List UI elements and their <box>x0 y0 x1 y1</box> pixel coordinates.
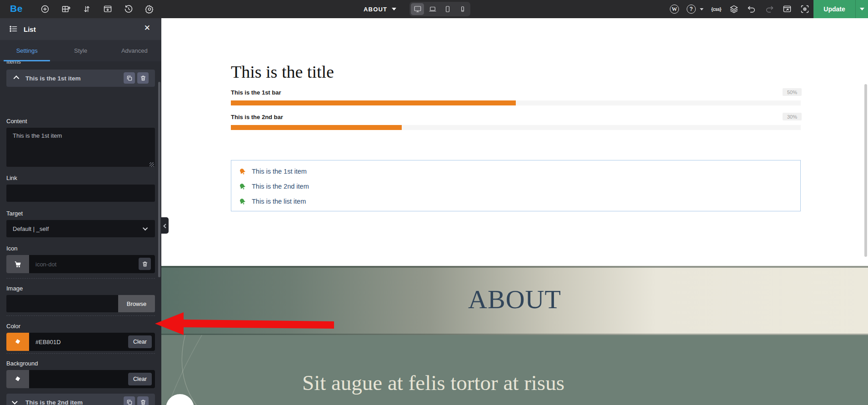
custom-css-icon[interactable]: {css} <box>711 7 721 12</box>
bell-icon <box>237 166 248 177</box>
image-label: Image <box>6 285 23 292</box>
close-icon[interactable]: ✕ <box>144 24 150 32</box>
panel-title: List <box>24 25 36 33</box>
responsive-device-switcher <box>409 2 470 16</box>
list-item: This is the 2nd item <box>239 181 309 191</box>
redo-icon[interactable] <box>764 4 774 14</box>
add-element-icon[interactable] <box>40 4 50 14</box>
list-settings-panel: List ✕ Settings Style Advanced Items Thi… <box>0 18 161 405</box>
accordion-item-2[interactable]: This is the 2nd item <box>6 394 155 405</box>
bottom-section: Sit augue at felis tortor at risus <box>161 335 868 405</box>
background-clear-button[interactable]: Clear <box>128 373 152 385</box>
target-select-value: Default | _self <box>13 225 49 232</box>
icon-input[interactable] <box>29 255 155 273</box>
bell-icon <box>237 181 248 192</box>
wordpress-icon[interactable]: W <box>670 5 679 14</box>
color-label: Color <box>6 323 20 330</box>
chevron-down-icon <box>143 225 148 230</box>
bar-2-percent-badge: 30% <box>783 113 802 120</box>
toolbar-right-icons: W ? {css} <box>670 0 810 18</box>
focus-preview-icon[interactable] <box>800 4 810 14</box>
target-label: Target <box>6 210 23 217</box>
tab-advanced[interactable]: Advanced <box>108 40 161 61</box>
browse-button[interactable]: Browse <box>118 295 155 312</box>
list-item-label: This is the 1st item <box>252 168 307 175</box>
tab-settings[interactable]: Settings <box>0 40 54 61</box>
accordion-item-2-title: This is the 2nd item <box>25 399 83 405</box>
textarea-resize-handle[interactable] <box>150 162 154 167</box>
list-item-label: This is the list item <box>252 198 306 205</box>
about-heading: ABOUT <box>161 284 868 315</box>
toolbar-left-icons <box>40 0 155 18</box>
duplicate-item-button[interactable] <box>124 396 135 405</box>
chevron-left-icon <box>163 224 168 228</box>
top-toolbar: Be ABOUT <box>0 0 868 18</box>
help-caret-icon[interactable] <box>700 8 703 10</box>
builder-settings-icon[interactable] <box>145 4 155 14</box>
about-hero-section: ABOUT <box>161 266 868 335</box>
page-selector[interactable]: ABOUT <box>364 0 396 18</box>
reorder-icon[interactable] <box>82 4 92 14</box>
preview-scrollbar[interactable] <box>864 84 867 257</box>
content-textarea[interactable]: This is the 1st item <box>6 128 155 167</box>
preview-list-box: This is the 1st item This is the 2nd ite… <box>231 160 801 211</box>
tab-style[interactable]: Style <box>54 40 107 61</box>
page-selector-label: ABOUT <box>364 6 387 13</box>
delete-item-button[interactable] <box>137 72 149 84</box>
list-element-icon <box>9 25 18 35</box>
duplicate-item-button[interactable] <box>124 72 135 84</box>
bar-1-percent-badge: 50% <box>783 88 802 96</box>
open-preview-icon[interactable] <box>782 4 792 14</box>
image-input[interactable] <box>6 295 118 312</box>
target-select[interactable]: Default | _self <box>6 220 155 237</box>
accordion-item-1[interactable]: This is the 1st item <box>6 70 155 87</box>
add-section-icon[interactable] <box>61 4 71 14</box>
be-logo[interactable]: Be <box>10 3 23 14</box>
panel-scrollbar[interactable] <box>158 82 160 277</box>
bar-2-fill <box>231 125 402 130</box>
icon-delete-button[interactable] <box>139 258 151 270</box>
panel-collapse-handle[interactable] <box>161 217 169 234</box>
accordion-item-1-title: This is the 1st item <box>25 75 81 82</box>
bar-1-label: This is the 1st bar <box>231 89 281 96</box>
content-label: Content <box>6 118 27 125</box>
device-tablet-button[interactable] <box>441 3 454 15</box>
panel-tabs: Settings Style Advanced <box>0 40 161 61</box>
preview-title: This is the title <box>231 62 334 82</box>
chevron-down-icon <box>12 399 18 405</box>
chevron-up-icon <box>14 75 20 81</box>
items-section-label: Items <box>6 61 21 66</box>
delete-item-button[interactable] <box>137 396 149 405</box>
device-laptop-button[interactable] <box>426 3 439 15</box>
background-label: Background <box>6 360 38 367</box>
divider <box>6 315 155 316</box>
betheme-builder: Be ABOUT <box>0 0 868 405</box>
layers-icon[interactable] <box>729 4 739 14</box>
panel-header: List ✕ <box>0 18 161 40</box>
device-phone-button[interactable] <box>456 3 469 15</box>
color-clear-button[interactable]: Clear <box>128 335 152 348</box>
help-icon[interactable]: ? <box>687 5 696 14</box>
update-options-button[interactable] <box>855 0 868 18</box>
page-preview: This is the title This is the 1st bar 50… <box>161 18 868 405</box>
background-swatch-button[interactable] <box>6 370 29 388</box>
divider <box>6 353 155 354</box>
bottom-heading: Sit augue at felis tortor at risus <box>302 370 564 395</box>
chevron-down-icon <box>392 8 396 10</box>
list-item: This is the 1st item <box>239 166 307 176</box>
panel-scroll-area: Items This is the 1st item Content This … <box>0 61 161 405</box>
bar-2-track <box>231 125 801 130</box>
link-input[interactable] <box>6 185 155 202</box>
bar-1-fill <box>231 100 516 105</box>
undo-icon[interactable] <box>747 4 757 14</box>
divider <box>6 278 155 279</box>
icon-label: Icon <box>6 245 18 252</box>
device-desktop-button[interactable] <box>411 3 424 15</box>
history-icon[interactable] <box>124 4 134 14</box>
bar-2-label: This is the 2nd bar <box>231 114 283 120</box>
templates-icon[interactable] <box>103 4 113 14</box>
update-button[interactable]: Update <box>813 0 855 18</box>
link-label: Link <box>6 175 17 181</box>
color-swatch-button[interactable] <box>6 333 29 351</box>
icon-store-button[interactable] <box>6 255 29 273</box>
